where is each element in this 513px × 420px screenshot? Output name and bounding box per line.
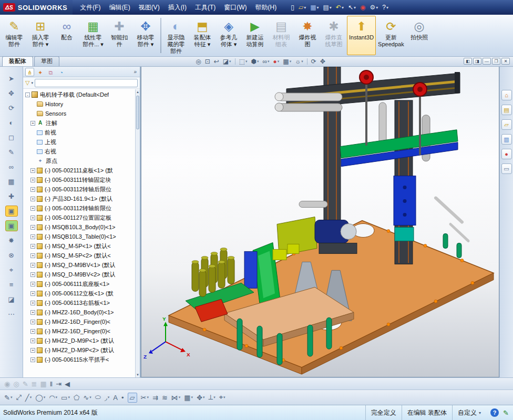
status-custom-status[interactable]: 自定义▾ <box>452 405 486 420</box>
line-icon[interactable]: ╱▾ <box>25 394 32 402</box>
displaymanager-tab-icon[interactable]: ◔ <box>57 68 66 76</box>
tree-item-23[interactable]: +(-) MHZ2-16D_Body(0)<1> <box>25 308 134 317</box>
tree-item-14[interactable]: +(-) MSQB10L3_Body(0)<1> <box>25 222 134 232</box>
model-slider-plates[interactable] <box>394 176 416 241</box>
ribbon-instant3d-button[interactable]: ⬆Instant3D <box>347 16 376 55</box>
expander-icon[interactable]: + <box>30 282 35 286</box>
move-entities-icon[interactable]: ✥▾ <box>197 394 204 402</box>
ribbon-reference-geometry-button[interactable]: ◈参考几何体 ▾ <box>216 16 242 55</box>
menu-file[interactable]: 文件(F) <box>76 0 105 15</box>
scroll-up-icon[interactable]: ▲ <box>136 89 140 95</box>
plane-tool-icon[interactable]: ▱ <box>128 393 137 403</box>
tab-sketch[interactable]: 草图 <box>34 56 59 66</box>
tree-item-3[interactable]: +A注解 <box>25 118 134 128</box>
expander-icon[interactable]: + <box>30 253 35 258</box>
minimize-icon[interactable]: — <box>483 58 491 65</box>
display-style-icon[interactable]: ⬢▾ <box>251 58 259 65</box>
interference-check-icon[interactable]: ⊗ <box>5 250 18 261</box>
quick-snaps-icon[interactable]: ⌖▾ <box>219 393 225 402</box>
edit-appearance-icon[interactable]: ●▾ <box>273 58 280 65</box>
undo-icon[interactable]: ↶▾ <box>334 2 345 13</box>
expander-icon[interactable]: + <box>30 178 35 182</box>
rotate-component-tool-icon[interactable]: ⟳ <box>5 103 18 114</box>
tree-item-11[interactable]: +(-) 产品3D-161.9<1> (默认 <box>25 194 134 203</box>
scroll-down-icon[interactable]: ▼ <box>136 372 140 377</box>
tree-item-18[interactable]: +(-) MSQ_D-M9BV<1> (默认 <box>25 260 134 270</box>
convert-entities-icon[interactable]: ⇉ <box>152 394 158 402</box>
expander-icon[interactable]: + <box>30 263 35 268</box>
ribbon-mate-button[interactable]: ∞配合 <box>54 16 80 55</box>
collapse-quick-icon[interactable]: ◀ <box>65 380 70 388</box>
save-icon[interactable]: ▦▾ <box>309 2 320 13</box>
tree-scrollbar[interactable]: ▲ ▼ <box>135 89 140 377</box>
expander-icon[interactable]: + <box>30 339 35 343</box>
arc-icon[interactable]: ◠▾ <box>49 394 57 402</box>
close-icon[interactable]: ✕ <box>501 58 510 65</box>
tree-item-2[interactable]: Sensors <box>25 109 134 118</box>
point-icon[interactable]: • <box>121 394 124 402</box>
status-help-icon[interactable]: ? <box>490 408 499 417</box>
tree-item-5[interactable]: 上视 <box>25 137 134 147</box>
expander-icon[interactable]: + <box>30 244 35 249</box>
appearance-tool-icon[interactable]: ▣ <box>5 206 18 217</box>
ribbon-show-hidden-components-button[interactable]: ◐显示隐藏的零部件 <box>163 16 189 55</box>
configurationmanager-tab-icon[interactable]: ⧉ <box>46 68 55 76</box>
ribbon-assembly-features-button[interactable]: ⬒装配体特征 ▾ <box>189 16 216 55</box>
expander-icon[interactable]: + <box>30 329 35 334</box>
ribbon-edit-component-button[interactable]: ✎编辑零部件 <box>1 16 27 55</box>
tree-item-17[interactable]: +(-) MSQ_M-5P<2> (默认< <box>25 251 134 260</box>
edit-component-icon[interactable]: ✎ <box>5 147 18 158</box>
tree-item-9[interactable]: +(-) 005-003111转轴固定块 <box>25 175 134 185</box>
tree-item-28[interactable]: +(-) 005-006115水平抓手< <box>25 355 134 364</box>
expander-icon[interactable]: - <box>25 93 30 97</box>
scrollbar-thumb[interactable] <box>136 96 139 129</box>
expander-icon[interactable]: + <box>30 234 35 239</box>
hide-show-component-icon[interactable]: ◐ <box>5 117 18 128</box>
model-canvas[interactable]: Y X Z <box>141 67 499 377</box>
measure-tool-icon[interactable]: ⌖ <box>5 264 18 275</box>
tree-item-22[interactable]: +(-) 005-006113右筋板<1> <box>25 298 134 308</box>
ribbon-insert-components-button[interactable]: ⊞插入零部件 ▾ <box>27 16 54 55</box>
expander-icon[interactable]: + <box>30 348 35 353</box>
smart-fastener-icon[interactable]: ✚ <box>5 191 18 202</box>
tree-item-15[interactable]: +(-) MSQB10L3_Table(0)<1> <box>25 232 134 241</box>
menu-window[interactable]: 窗口(W) <box>220 0 251 15</box>
ribbon-take-snapshot-button[interactable]: ◎拍快照 <box>406 16 433 55</box>
model-blue-block[interactable] <box>244 251 257 288</box>
expander-icon[interactable]: + <box>30 216 35 220</box>
graphics-area[interactable]: Y X Z <box>141 67 499 377</box>
expander-icon[interactable]: + <box>30 291 35 296</box>
ribbon-update-speedpak-button[interactable]: ⟳更新Speedpak <box>376 16 406 55</box>
offset-entities-icon[interactable]: ≋ <box>162 394 168 402</box>
flyout-expand-icon[interactable]: » <box>134 69 138 75</box>
circle-icon[interactable]: ◯▾ <box>35 394 45 402</box>
expander-icon[interactable]: + <box>30 310 35 315</box>
rebuild-icon[interactable]: ◉ <box>358 2 367 13</box>
print-icon[interactable]: ▤▾ <box>322 2 333 13</box>
featuremanager-tab-icon[interactable]: ⋔ <box>25 68 34 76</box>
tree-item-26[interactable]: +(-) MHZ2_D-M9P<1> (默认 <box>25 336 134 345</box>
new-document-icon[interactable]: ▯ <box>289 2 296 13</box>
tree-item-19[interactable]: +(-) MSQ_D-M9BV<2> (默认 <box>25 270 134 279</box>
propertymanager-tab-icon[interactable]: ✦ <box>36 68 45 76</box>
tree-item-16[interactable]: +(-) MSQ_M-5P<1> (默认< <box>25 241 134 251</box>
filter-caret-icon[interactable]: ▾ <box>31 81 33 85</box>
ribbon-move-component-button[interactable]: ✥移动零部件 ▾ <box>132 16 159 55</box>
model-right-standoffs[interactable] <box>436 198 468 258</box>
menu-tools[interactable]: 工具(T) <box>191 0 220 15</box>
dock-left-icon[interactable]: ◧ <box>464 58 472 65</box>
expander-icon[interactable]: + <box>30 272 35 277</box>
text-icon[interactable]: A <box>113 394 118 402</box>
tree-filter-input[interactable] <box>35 79 138 87</box>
menu-view[interactable]: 视图(V) <box>135 0 164 15</box>
pan-view-icon[interactable]: ✥ <box>320 58 325 65</box>
move-component-tool-icon[interactable]: ✥ <box>5 88 18 99</box>
hide-show-items-icon[interactable]: ∞▾ <box>262 58 269 65</box>
ribbon-exploded-view-button[interactable]: ✸爆炸视图 <box>294 16 321 55</box>
ribbon-smart-fasteners-button[interactable]: ✚智能扣件 <box>106 16 132 55</box>
filter-funnel-icon[interactable]: ▽ <box>25 79 29 86</box>
zoom-fit-icon[interactable]: ◎ <box>196 58 201 65</box>
align-quick-icon[interactable]: ‖ <box>50 380 53 388</box>
ribbon-linear-component-pattern-button[interactable]: ▦线性零部件... ▾ <box>80 16 106 55</box>
tree-item-7[interactable]: ⌖原点 <box>25 156 134 166</box>
